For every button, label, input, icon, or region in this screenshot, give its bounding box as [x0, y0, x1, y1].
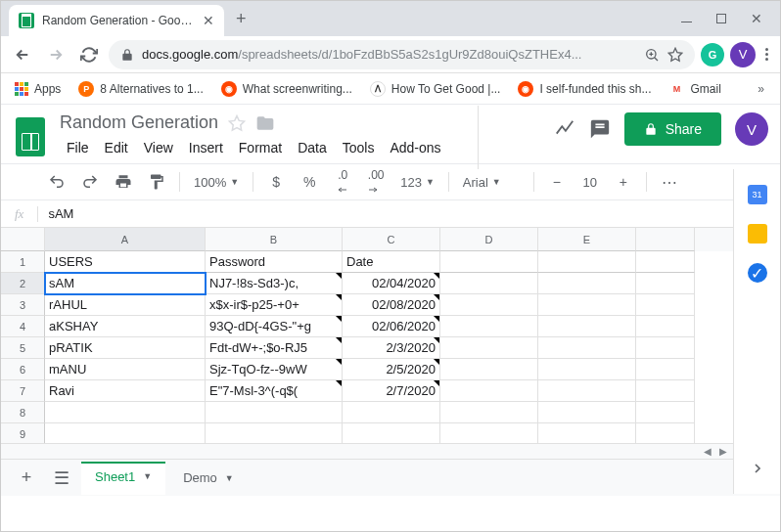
- cell-A7[interactable]: Ravi: [45, 380, 206, 402]
- new-tab-button[interactable]: +: [224, 9, 258, 29]
- cell-B9[interactable]: [206, 423, 343, 443]
- cell-B4[interactable]: 93Q-dD{-4GS-"+g: [206, 316, 343, 337]
- cell-C9[interactable]: [343, 423, 440, 443]
- cell-A5[interactable]: pRATIK: [45, 337, 206, 359]
- document-title[interactable]: Random Generation: [60, 112, 218, 133]
- zoom-dropdown[interactable]: 100%▼: [188, 175, 245, 190]
- bookmarks-overflow-button[interactable]: »: [750, 82, 772, 96]
- star-icon[interactable]: [667, 47, 683, 63]
- cell-A1[interactable]: USERS: [45, 251, 206, 273]
- row-header[interactable]: 4: [1, 316, 45, 337]
- cell-A2[interactable]: sAM: [45, 273, 206, 294]
- cell-C3[interactable]: 02/08/2020: [343, 294, 440, 316]
- cell-A6[interactable]: mANU: [45, 359, 206, 380]
- menu-data[interactable]: Data: [291, 137, 334, 158]
- all-sheets-button[interactable]: ☰: [46, 463, 77, 494]
- cell-C7[interactable]: 2/7/2020: [343, 380, 440, 402]
- select-all-corner[interactable]: [1, 228, 45, 251]
- paint-format-button[interactable]: [142, 168, 171, 196]
- cell-E9[interactable]: [538, 423, 636, 443]
- hide-side-panel-button[interactable]: [750, 461, 765, 480]
- activity-icon[interactable]: [554, 118, 575, 140]
- row-header[interactable]: 8: [1, 402, 45, 423]
- cell-D3[interactable]: [440, 294, 538, 316]
- undo-button[interactable]: [42, 168, 71, 196]
- bookmark-item[interactable]: ᐱ How To Get Good |...: [364, 77, 507, 101]
- cell-E4[interactable]: [538, 316, 636, 337]
- zoom-icon[interactable]: [644, 47, 660, 63]
- menu-file[interactable]: File: [60, 137, 96, 158]
- row-header[interactable]: 9: [1, 423, 45, 443]
- cell-F3[interactable]: [636, 294, 695, 316]
- cell-E5[interactable]: [538, 337, 636, 359]
- calendar-addon-icon[interactable]: 31: [748, 185, 767, 204]
- scroll-right-icon[interactable]: ▶: [715, 446, 731, 457]
- cell-B3[interactable]: x$x-ir$-p25-+0+: [206, 294, 343, 316]
- cell-D9[interactable]: [440, 423, 538, 443]
- font-dropdown[interactable]: Arial▼: [457, 175, 526, 190]
- cell-B5[interactable]: Fdt-dW+-;$o-RJ5: [206, 337, 343, 359]
- cell-D8[interactable]: [440, 402, 538, 423]
- redo-button[interactable]: [75, 168, 105, 196]
- menu-edit[interactable]: Edit: [98, 137, 135, 158]
- cell-C5[interactable]: 2/3/2020: [343, 337, 440, 359]
- increase-decimal-button[interactable]: .00: [361, 168, 390, 196]
- keep-addon-icon[interactable]: [748, 224, 767, 244]
- cell-E7[interactable]: [538, 380, 636, 402]
- row-header[interactable]: 1: [1, 251, 45, 273]
- cell-A8[interactable]: [45, 402, 206, 423]
- star-document-icon[interactable]: [228, 114, 246, 132]
- address-bar[interactable]: docs.google.com/spreadsheets/d/1boFzdBbS…: [109, 40, 695, 69]
- comments-icon[interactable]: [589, 118, 611, 140]
- bookmark-item[interactable]: M Gmail: [664, 77, 727, 101]
- percent-button[interactable]: %: [295, 168, 324, 196]
- cell-B2[interactable]: NJ7-!8s-Sd3-)c,: [206, 273, 343, 294]
- scroll-left-icon[interactable]: ◀: [700, 446, 715, 457]
- fx-label[interactable]: fx: [1, 206, 38, 222]
- cell-F4[interactable]: [636, 316, 695, 337]
- menu-view[interactable]: View: [137, 137, 180, 158]
- cell-E3[interactable]: [538, 294, 636, 316]
- reload-button[interactable]: [75, 41, 103, 68]
- cell-E8[interactable]: [538, 402, 636, 423]
- move-folder-icon[interactable]: [255, 113, 275, 133]
- cell-D4[interactable]: [440, 316, 538, 337]
- cell-B8[interactable]: [206, 402, 343, 423]
- chrome-menu-button[interactable]: [761, 44, 772, 65]
- apps-shortcut[interactable]: Apps: [9, 78, 67, 100]
- col-header-b[interactable]: B: [206, 228, 343, 251]
- col-header-a[interactable]: A: [45, 228, 206, 251]
- extension-grammarly-icon[interactable]: G: [701, 43, 724, 66]
- maximize-button[interactable]: [715, 14, 727, 23]
- decrease-decimal-button[interactable]: .0: [328, 168, 357, 196]
- cell-E2[interactable]: [538, 273, 636, 294]
- back-button[interactable]: [9, 41, 36, 68]
- cell-A4[interactable]: aKSHAY: [45, 316, 206, 337]
- row-header[interactable]: 5: [1, 337, 45, 359]
- cell-B6[interactable]: Sjz-TqO-fz--9wW: [206, 359, 343, 380]
- row-header[interactable]: 3: [1, 294, 45, 316]
- font-size-increase[interactable]: +: [609, 168, 638, 196]
- bookmark-item[interactable]: ◉ I self-funded this sh...: [512, 77, 657, 101]
- row-header[interactable]: 7: [1, 380, 45, 402]
- formula-input[interactable]: sAM: [38, 206, 780, 221]
- font-size-decrease[interactable]: −: [542, 168, 572, 196]
- menu-insert[interactable]: Insert: [182, 137, 230, 158]
- cell-D1[interactable]: [440, 251, 538, 273]
- cell-C1[interactable]: Date: [343, 251, 440, 273]
- row-header[interactable]: 6: [1, 359, 45, 380]
- cell-F8[interactable]: [636, 402, 695, 423]
- currency-button[interactable]: $: [261, 168, 291, 196]
- cell-F7[interactable]: [636, 380, 695, 402]
- cell-B7[interactable]: E"7-Msl-3^(-q$(: [206, 380, 343, 402]
- print-button[interactable]: [109, 168, 138, 196]
- cell-F5[interactable]: [636, 337, 695, 359]
- bookmark-item[interactable]: ◉ What screenwriting...: [215, 77, 358, 101]
- account-avatar[interactable]: V: [735, 112, 768, 146]
- cell-F9[interactable]: [636, 423, 695, 443]
- chrome-profile-avatar[interactable]: V: [730, 42, 756, 67]
- minimize-button[interactable]: [680, 16, 692, 22]
- browser-tab[interactable]: Random Generation - Google Sh ✕: [9, 5, 224, 36]
- cell-C8[interactable]: [343, 402, 440, 423]
- cell-D5[interactable]: [440, 337, 538, 359]
